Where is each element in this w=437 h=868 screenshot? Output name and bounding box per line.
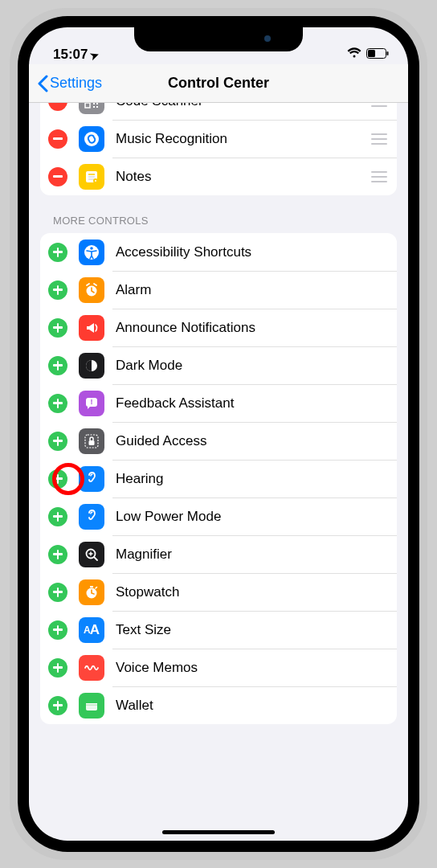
lock-icon (79, 428, 104, 454)
home-indicator[interactable] (162, 830, 275, 834)
svg-rect-8 (93, 106, 95, 108)
chevron-left-icon (37, 75, 48, 92)
control-row-voice-memos[interactable]: Voice Memos (40, 649, 397, 686)
included-controls-group: Apple TV Remote Code Scanner Music Recog… (40, 103, 397, 195)
svg-rect-26 (90, 586, 93, 588)
add-button[interactable] (48, 620, 67, 640)
row-label: Music Recognition (116, 131, 370, 147)
add-button[interactable] (48, 696, 67, 715)
control-row-guided-access[interactable]: Guided Access (40, 422, 397, 460)
ear-icon (79, 466, 104, 492)
row-label: Voice Memos (116, 660, 387, 676)
control-row-hearing[interactable]: Hearing (40, 460, 397, 497)
stopwatch-icon (79, 579, 104, 605)
row-label: Text Size (116, 622, 387, 638)
announce-icon (79, 315, 104, 341)
nav-bar: Settings Control Center (29, 64, 408, 103)
row-label: Stopwatch (116, 584, 387, 600)
notes-icon (79, 164, 104, 190)
more-controls-header: More Controls (29, 195, 408, 233)
remove-button[interactable] (48, 129, 67, 149)
svg-rect-5 (85, 103, 90, 108)
status-time: 15:07 (53, 47, 88, 63)
add-button[interactable] (48, 583, 67, 602)
svg-rect-9 (96, 106, 98, 108)
row-label: Feedback Assistant (116, 395, 387, 411)
svg-point-17 (90, 247, 93, 250)
add-button[interactable] (48, 318, 67, 338)
control-row-music-recognition[interactable]: Music Recognition (40, 120, 397, 158)
content-area[interactable]: Apple TV Remote Code Scanner Music Recog… (29, 103, 408, 841)
more-controls-group: Accessibility ShortcutsAlarmAnnounce Not… (40, 233, 397, 724)
back-button[interactable]: Settings (37, 75, 102, 92)
device-bezel: 15:07 ➤ Settings Control (18, 16, 419, 852)
alarm-icon (79, 277, 104, 303)
add-button[interactable] (48, 658, 67, 678)
status-right (347, 47, 389, 63)
reorder-handle-icon[interactable] (370, 133, 387, 145)
back-label: Settings (50, 75, 102, 92)
add-button[interactable] (48, 243, 67, 262)
textsize-icon: AA (79, 617, 104, 643)
add-button[interactable] (48, 545, 67, 564)
control-row-accessibility-shortcuts[interactable]: Accessibility Shortcuts (40, 233, 397, 271)
svg-rect-1 (368, 50, 375, 57)
svg-rect-2 (387, 51, 389, 55)
row-label: Code Scanner (116, 103, 370, 109)
row-label: Magnifier (116, 547, 387, 563)
row-label: Announce Notifications (116, 320, 387, 336)
row-label: Wallet (116, 698, 387, 714)
control-row-stopwatch[interactable]: Stopwatch (40, 573, 397, 611)
add-button[interactable] (48, 280, 67, 300)
row-label: Notes (116, 169, 370, 185)
screen: 15:07 ➤ Settings Control (29, 27, 408, 841)
feedback-icon: ! (79, 391, 104, 416)
control-row-notes[interactable]: Notes (40, 158, 397, 195)
magnifier-icon (79, 542, 104, 567)
control-row-feedback-assistant[interactable]: !Feedback Assistant (40, 384, 397, 422)
shazam-icon (79, 126, 104, 152)
control-row-wallet[interactable]: Wallet (40, 686, 397, 724)
add-button[interactable] (48, 356, 67, 375)
wifi-icon (347, 47, 361, 63)
svg-text:!: ! (91, 398, 93, 406)
remove-button[interactable] (48, 167, 67, 186)
control-row-code-scanner[interactable]: Code Scanner (40, 103, 397, 120)
device-frame: 15:07 ➤ Settings Control (10, 8, 427, 860)
row-label: Guided Access (116, 433, 387, 449)
reorder-handle-icon[interactable] (370, 103, 387, 107)
add-button[interactable] (48, 507, 67, 526)
control-row-alarm[interactable]: Alarm (40, 271, 397, 309)
svg-rect-29 (86, 704, 97, 706)
ear2-icon (79, 504, 104, 530)
remove-button[interactable] (48, 103, 67, 111)
control-row-announce-notifications[interactable]: Announce Notifications (40, 309, 397, 346)
row-label: Hearing (116, 471, 387, 487)
qr-icon (79, 103, 104, 114)
location-services-icon: ➤ (88, 47, 100, 62)
svg-rect-23 (89, 440, 95, 445)
notch (134, 27, 303, 51)
row-label: Accessibility Shortcuts (116, 244, 387, 260)
accessibility-icon (79, 240, 104, 265)
status-left: 15:07 ➤ (53, 47, 99, 63)
row-label: Low Power Mode (116, 509, 387, 525)
svg-rect-28 (86, 701, 97, 703)
reorder-handle-icon[interactable] (370, 171, 387, 182)
control-row-dark-mode[interactable]: Dark Mode (40, 346, 397, 384)
control-row-low-power-mode[interactable]: Low Power Mode (40, 497, 397, 535)
svg-rect-7 (96, 103, 98, 104)
svg-rect-6 (93, 103, 95, 104)
control-row-text-size[interactable]: AAText Size (40, 611, 397, 649)
svg-point-10 (84, 132, 99, 146)
control-row-magnifier[interactable]: Magnifier (40, 535, 397, 573)
voicememo-icon (79, 655, 104, 681)
row-label: Dark Mode (116, 358, 387, 374)
battery-icon (366, 47, 389, 63)
add-button[interactable] (48, 432, 67, 451)
svg-rect-30 (86, 706, 97, 709)
add-button[interactable] (48, 394, 67, 413)
darkmode-icon (79, 353, 104, 379)
row-label: Alarm (116, 282, 387, 298)
add-button[interactable] (48, 469, 67, 489)
